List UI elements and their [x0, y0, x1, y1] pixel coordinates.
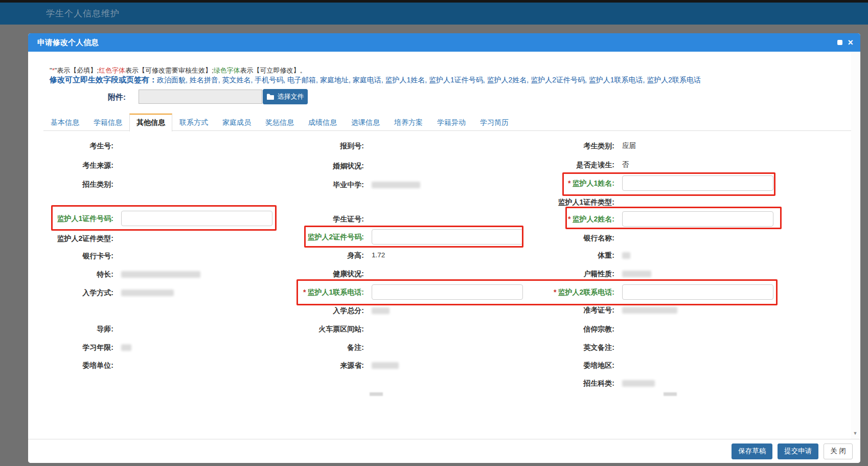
bank-card-no-label: 银行卡号:: [0, 248, 113, 263]
modal-footer: 保存草稿提交申请关 闭: [28, 439, 860, 463]
guardian2-id-number-label: 监护人2证件号码:: [231, 229, 364, 245]
form-row-height: 身高:1.72: [231, 247, 385, 262]
day-student-label: 是否走读生:: [482, 157, 614, 172]
height-value: 1.72: [372, 251, 385, 259]
form-row-student-card-no: 学生证号:: [231, 211, 364, 226]
health-status-label: 健康状况:: [231, 266, 364, 281]
form-row-entrust-region: 委培地区:: [482, 357, 614, 372]
household-type-label: 户籍性质:: [482, 266, 614, 281]
admission-method-label: 入学方式:: [0, 285, 113, 300]
required-asterisk: *: [568, 215, 570, 223]
enrollment-subject-value-redacted: [622, 380, 655, 387]
specialty-label: 特长:: [0, 267, 113, 282]
bank-name-label: 银行名称:: [482, 230, 614, 246]
height-label: 身高:: [231, 248, 364, 263]
guardian1-phone-label: *监护人1联系电话:: [231, 284, 364, 300]
form-row-admission-total-score: 入学总分:: [231, 302, 390, 318]
exam-ticket-no-value-redacted: [622, 307, 677, 314]
graduate-school-value-redacted: [372, 182, 420, 188]
weight-label: 体重:: [482, 248, 614, 263]
day-student-value: 否: [622, 161, 629, 168]
specialty-value-redacted: [121, 271, 200, 278]
form-row-graduate-school: 毕业中学:: [231, 176, 420, 192]
form-row-advisor: 导师:: [0, 321, 113, 336]
form-row-study-years: 学习年限:: [0, 339, 131, 354]
guardian2-phone-input[interactable]: [622, 284, 773, 300]
candidate-no-label: 考生号:: [0, 138, 113, 153]
marital-status-label: 婚姻状况:: [231, 158, 364, 173]
household-type-value-redacted: [622, 271, 651, 277]
scroll-down-arrow[interactable]: ▼: [851, 429, 859, 438]
religion-label: 信仰宗教:: [482, 321, 614, 337]
exam-ticket-no-label: 准考证号:: [482, 302, 614, 318]
guardian2-name-label: *监护人2姓名:: [482, 211, 614, 227]
guardian1-name-label: *监护人1姓名:: [482, 175, 614, 191]
guardian1-name-input[interactable]: [622, 175, 773, 191]
guardian2-name-input[interactable]: [622, 211, 773, 227]
page-title: 学生个人信息维护: [46, 3, 868, 25]
form-row-guardian2-name: *监护人2姓名:: [482, 211, 773, 226]
candidate-source-label: 考生来源:: [0, 158, 113, 173]
other-info-form: 考生号:考生来源:招生类别:监护人1证件号码:监护人2证件类型:银行卡号:特长:…: [28, 33, 860, 463]
train-ticket-station-label: 火车票区间站:: [231, 321, 364, 337]
form-row-religion: 信仰宗教:: [482, 321, 614, 336]
guardian1-id-type-label: 监护人1证件类型:: [482, 194, 614, 210]
form-row-candidate-source: 考生来源:: [0, 157, 113, 172]
form-row-exam-ticket-no: 准考证号:: [482, 302, 677, 317]
report-no-label: 报到号:: [231, 138, 364, 153]
form-row-report-no: 报到号:: [231, 138, 364, 153]
cutoff-value-fragment: [370, 392, 383, 396]
form-row-remark: 备注:: [231, 339, 364, 354]
form-row-guardian1-id-type: 监护人1证件类型:: [482, 194, 614, 209]
study-years-value-redacted: [121, 344, 131, 351]
form-row-enrollment-subject: 招生科类:: [482, 375, 655, 390]
form-row-english-remark: 英文备注:: [482, 339, 614, 354]
form-row-enrollment-category: 招生类别:: [0, 176, 113, 191]
admission-total-score-value-redacted: [372, 307, 390, 314]
form-row-household-type: 户籍性质:: [482, 265, 651, 281]
form-row-entrust-unit: 委培单位:: [0, 357, 113, 372]
form-row-guardian1-phone: *监护人1联系电话:: [231, 284, 523, 299]
form-row-marital-status: 婚姻状况:: [231, 158, 364, 173]
form-row-guardian2-phone: *监护人2联系电话:: [482, 284, 773, 299]
form-row-bank-card-no: 银行卡号:: [0, 248, 113, 263]
form-row-source-province: 来源省:: [231, 357, 399, 372]
form-row-guardian1-name: *监护人1姓名:: [482, 175, 773, 190]
form-row-day-student: 是否走读生:否: [482, 157, 629, 172]
edit-personal-info-modal: 申请修改个人信息 × "*"表示【必填】;红色字体表示【可修改需要审核生效】;绿…: [28, 33, 860, 463]
vertical-scrollbar[interactable]: ▼: [851, 52, 859, 439]
enrollment-subject-label: 招生科类:: [482, 375, 614, 391]
save-draft-button[interactable]: 保存草稿: [732, 443, 772, 459]
close-button[interactable]: 关 闭: [824, 443, 853, 459]
weight-value-redacted: [622, 252, 630, 259]
app-topbar: 学生个人信息维护: [0, 3, 868, 25]
submit-apply-button[interactable]: 提交申请: [778, 443, 818, 459]
form-row-candidate-no: 考生号:: [0, 138, 113, 153]
english-remark-label: 英文备注:: [482, 340, 614, 355]
source-province-label: 来源省:: [231, 358, 364, 373]
guardian2-phone-label: *监护人2联系电话:: [482, 284, 614, 300]
required-asterisk: *: [554, 288, 556, 296]
student-card-no-label: 学生证号:: [231, 211, 364, 227]
admission-method-value-redacted: [121, 290, 174, 296]
form-row-weight: 体重:: [482, 247, 630, 262]
required-asterisk: *: [568, 179, 570, 187]
admission-total-score-label: 入学总分:: [231, 303, 364, 318]
candidate-type-value: 应届: [622, 142, 636, 149]
entrust-region-label: 委培地区:: [482, 358, 614, 373]
screen: 学生个人信息维护 申请修改个人信息 × "*"表示【必填】;红色字体表示【可修改…: [0, 0, 868, 466]
guardian2-id-type-label: 监护人2证件类型:: [0, 231, 113, 246]
form-row-specialty: 特长:: [0, 266, 200, 281]
cutoff-value-fragment: [664, 392, 677, 396]
form-row-guardian2-id-type: 监护人2证件类型:: [0, 230, 113, 246]
required-asterisk: *: [303, 288, 306, 296]
guardian1-id-number-label: 监护人1证件号码:: [0, 211, 113, 226]
candidate-type-label: 考生类别:: [482, 138, 614, 153]
form-row-candidate-type: 考生类别:应届: [482, 138, 636, 153]
form-row-admission-method: 入学方式:: [0, 284, 174, 300]
source-province-value-redacted: [372, 362, 399, 369]
remark-label: 备注:: [231, 340, 364, 355]
entrust-unit-label: 委培单位:: [0, 358, 113, 373]
form-row-health-status: 健康状况:: [231, 265, 364, 281]
form-row-bank-name: 银行名称:: [482, 230, 614, 245]
